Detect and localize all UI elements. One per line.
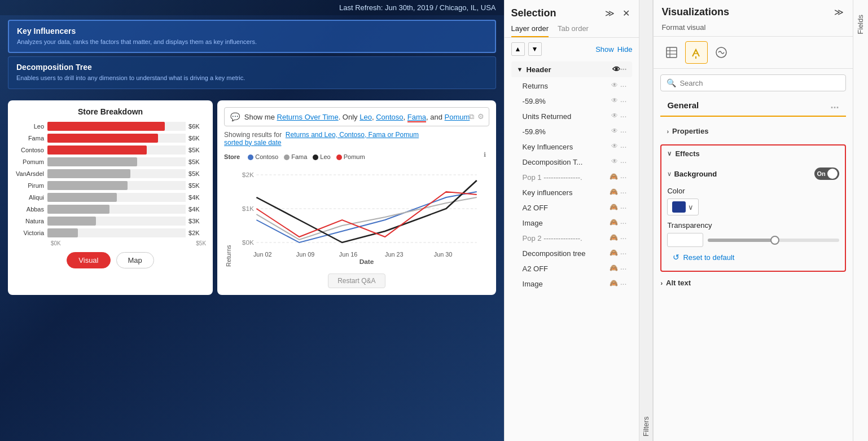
- layer-item[interactable]: Decomposition T... 👁 ···: [511, 155, 633, 169]
- layer-items-container: Returns 👁 ··· -59.8% 👁 ··· Units Returne…: [511, 78, 633, 291]
- bar-row: Natura $3K: [15, 217, 206, 226]
- eye-visibility-icon[interactable]: 🙈: [610, 279, 618, 288]
- qa-input-box[interactable]: 💬 Show me Returns Over Time. Only Leo, C…: [224, 107, 489, 126]
- layer-dots-icon[interactable]: ···: [620, 218, 627, 227]
- restart-qa-button[interactable]: Restart Q&A: [328, 274, 385, 288]
- layer-item[interactable]: Returns 👁 ···: [511, 78, 633, 93]
- svg-text:$0K: $0K: [242, 239, 255, 246]
- tab-layer-order[interactable]: Layer order: [511, 24, 549, 37]
- header-dots-icon[interactable]: ···: [620, 65, 627, 74]
- layer-item[interactable]: Decomposition tree 🙈 ···: [511, 246, 633, 261]
- layer-item[interactable]: A2 OFF 🙈 ···: [511, 200, 633, 215]
- eye-visibility-icon[interactable]: 🙈: [610, 218, 618, 227]
- general-dots[interactable]: ...: [831, 99, 839, 111]
- layer-dots-icon[interactable]: ···: [620, 249, 627, 258]
- layer-dots-icon[interactable]: ···: [620, 142, 627, 151]
- layer-dots-icon[interactable]: ···: [620, 233, 627, 242]
- layer-item[interactable]: Pop 1 ---------------. 🙈 ···: [511, 170, 633, 184]
- transparency-control: 51 %: [667, 233, 839, 247]
- eye-visibility-icon[interactable]: 👁: [611, 112, 618, 121]
- layer-dots-icon[interactable]: ···: [620, 81, 627, 90]
- chart-tab-visual[interactable]: Visual: [67, 252, 110, 268]
- fields-tab-label[interactable]: Fields: [855, 11, 866, 38]
- eye-visibility-icon[interactable]: 👁: [611, 157, 618, 166]
- filters-label[interactable]: Filters: [639, 0, 652, 441]
- color-label: Color: [667, 187, 839, 195]
- properties-header[interactable]: › Properties: [661, 123, 845, 139]
- transparency-slider[interactable]: [708, 239, 839, 242]
- show-all-button[interactable]: Show: [595, 45, 614, 54]
- layer-dots-icon[interactable]: ···: [620, 112, 627, 121]
- main-visualization-area: Last Refresh: Jun 30th, 2019 / Chicago, …: [0, 0, 504, 441]
- decomposition-tree-desc: Enables users to drill into any dimensio…: [16, 74, 488, 82]
- layer-item[interactable]: Key influencers 🙈 ···: [511, 185, 633, 200]
- eye-visibility-icon[interactable]: 🙈: [610, 188, 618, 197]
- layer-dots-icon[interactable]: ···: [620, 188, 627, 197]
- layer-item[interactable]: -59.8% 👁 ···: [511, 124, 633, 139]
- reset-row[interactable]: ↺ Reset to default: [667, 247, 839, 265]
- order-arrows: ▲ ▼ Show Hide: [505, 38, 639, 58]
- qa-copy-icon[interactable]: ⧉: [469, 112, 474, 121]
- layer-dots-icon[interactable]: ···: [620, 96, 627, 105]
- move-up-button[interactable]: ▲: [511, 42, 525, 56]
- layer-item[interactable]: Units Returned 👁 ···: [511, 109, 633, 124]
- table-icon-button[interactable]: [660, 41, 683, 64]
- bar-fill: [47, 193, 117, 202]
- bar-chart-card: Store Breakdown Leo $6K Fama $6K Contoso…: [8, 100, 213, 295]
- color-dropdown-button[interactable]: ∨: [667, 199, 699, 215]
- bar-track: [47, 145, 186, 155]
- layer-item[interactable]: Pop 2 ---------------. 🙈 ···: [511, 231, 633, 245]
- eye-visibility-icon[interactable]: 👁: [611, 81, 618, 90]
- key-influencers-card[interactable]: Key Influencers Analyzes your data, rank…: [8, 20, 496, 53]
- eye-visibility-icon[interactable]: 🙈: [610, 233, 618, 242]
- eye-visibility-icon[interactable]: 🙈: [610, 173, 618, 182]
- layer-dots-icon[interactable]: ···: [620, 264, 627, 273]
- transparency-input[interactable]: 51 %: [667, 233, 703, 247]
- layer-item-icons: 🙈 ···: [610, 264, 627, 273]
- layer-dots-icon[interactable]: ···: [620, 279, 627, 288]
- format-icon-button[interactable]: [685, 41, 708, 64]
- search-box[interactable]: 🔍: [660, 74, 845, 91]
- alt-text-row[interactable]: › Alt text: [654, 274, 852, 292]
- eye-visibility-icon[interactable]: 👁: [611, 142, 618, 151]
- header-section-header[interactable]: ▼ Header 👁 ···: [511, 61, 633, 77]
- tab-tab-order[interactable]: Tab order: [558, 24, 589, 37]
- bar-label: Contoso: [15, 147, 47, 153]
- bar-row: Leo $6K: [15, 122, 206, 131]
- effects-header[interactable]: ∨ Effects: [661, 145, 844, 162]
- background-chevron-row: ∨ Background: [667, 170, 717, 178]
- move-down-button[interactable]: ▼: [528, 42, 542, 56]
- hide-all-button[interactable]: Hide: [617, 45, 633, 54]
- background-toggle[interactable]: On: [814, 167, 839, 180]
- search-input[interactable]: [680, 79, 839, 87]
- fields-tab[interactable]: Fields: [853, 0, 868, 441]
- header-eye-icon[interactable]: 👁: [612, 65, 620, 74]
- analytics-icon-button[interactable]: [710, 41, 733, 64]
- bar-label: Pirum: [15, 182, 47, 189]
- toggle-on-label: On: [817, 170, 826, 177]
- layer-item[interactable]: Key Influencers 👁 ···: [511, 139, 633, 154]
- decomposition-tree-card[interactable]: Decomposition Tree Enables users to dril…: [8, 56, 496, 89]
- layer-item[interactable]: -59.8% 👁 ···: [511, 94, 633, 108]
- qa-settings-icon[interactable]: ⚙: [477, 112, 484, 121]
- eye-visibility-icon[interactable]: 👁: [611, 96, 618, 105]
- chart-tab-map[interactable]: Map: [116, 252, 154, 268]
- eye-visibility-icon[interactable]: 🙈: [610, 264, 618, 273]
- layer-item[interactable]: Image 🙈 ···: [511, 276, 633, 291]
- close-selection-button[interactable]: ✕: [620, 7, 632, 20]
- bar-chart-container: Leo $6K Fama $6K Contoso $5K Pomum $5K V: [15, 122, 206, 237]
- layer-item[interactable]: Image 🙈 ···: [511, 215, 633, 230]
- layer-dots-icon[interactable]: ···: [620, 157, 627, 166]
- eye-visibility-icon[interactable]: 👁: [611, 127, 618, 136]
- eye-visibility-icon[interactable]: 🙈: [610, 203, 618, 212]
- layer-dots-icon[interactable]: ···: [620, 127, 627, 136]
- expand-viz-button[interactable]: ≫: [832, 6, 846, 19]
- color-dropdown-arrow: ∨: [688, 203, 694, 211]
- collapse-all-button[interactable]: ≫: [603, 7, 617, 20]
- eye-visibility-icon[interactable]: 🙈: [610, 249, 618, 258]
- layer-dots-icon[interactable]: ···: [620, 173, 627, 182]
- layer-dots-icon[interactable]: ···: [620, 203, 627, 212]
- charts-row: Store Breakdown Leo $6K Fama $6K Contoso…: [0, 100, 504, 295]
- layer-item[interactable]: A2 OFF 🙈 ···: [511, 261, 633, 276]
- selection-panel-header: Selection ≫ ✕: [505, 0, 639, 20]
